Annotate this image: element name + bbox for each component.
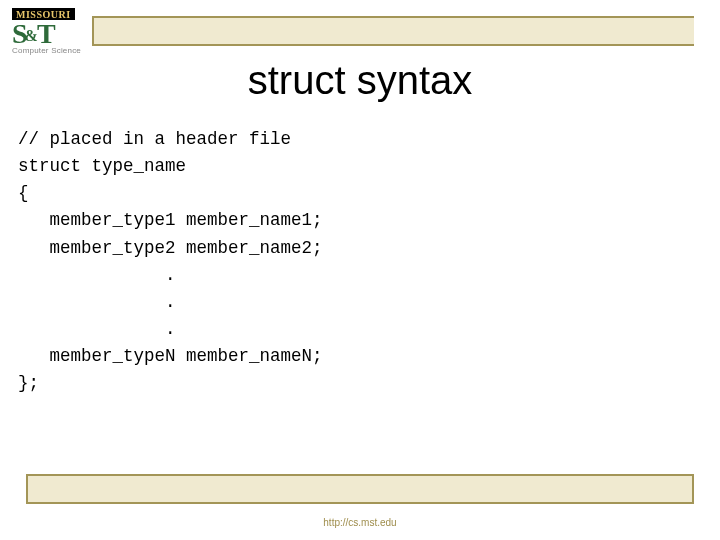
code-line: . (18, 265, 176, 285)
university-logo: MISSOURI S & T Computer Science (12, 8, 81, 55)
slide: MISSOURI S & T Computer Science struct s… (0, 0, 720, 540)
code-line: member_type1 member_name1; (18, 210, 323, 230)
footer-bar (26, 474, 694, 504)
logo-subtitle: Computer Science (12, 46, 81, 55)
logo-ampersand: & (25, 28, 38, 44)
code-line: struct type_name (18, 156, 186, 176)
code-line: member_typeN member_nameN; (18, 346, 323, 366)
code-line: . (18, 319, 176, 339)
code-line: }; (18, 373, 39, 393)
slide-title: struct syntax (0, 58, 720, 103)
footer-url: http://cs.mst.edu (0, 517, 720, 528)
code-line: member_type2 member_name2; (18, 238, 323, 258)
code-block: // placed in a header file struct type_n… (18, 126, 702, 397)
code-line: // placed in a header file (18, 129, 291, 149)
logo-s-letter: S (12, 20, 26, 48)
code-line: . (18, 292, 176, 312)
header-bar (92, 16, 694, 46)
logo-st: S & T (12, 20, 55, 48)
code-line: { (18, 183, 29, 203)
logo-t-letter: T (37, 20, 55, 48)
